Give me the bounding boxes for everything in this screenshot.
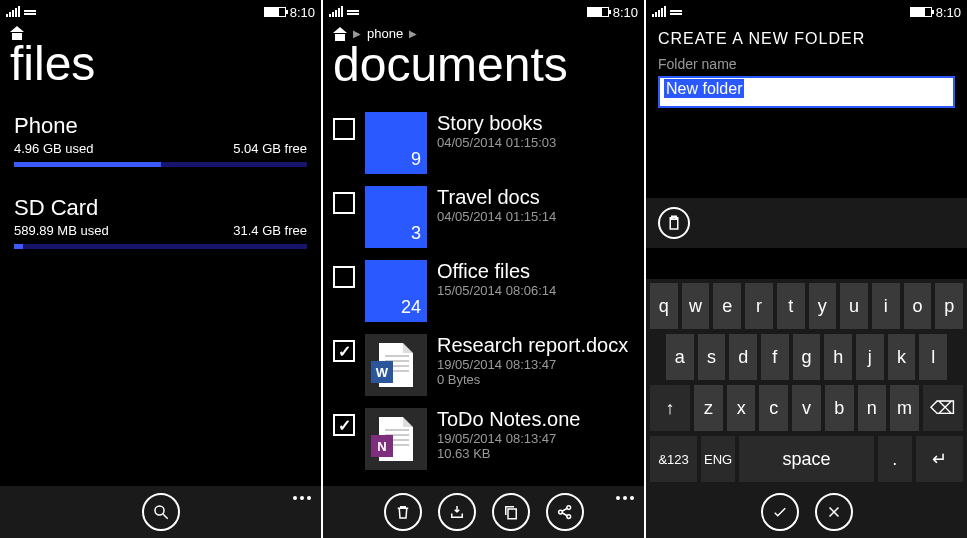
confirm-button[interactable] [761,493,799,531]
list-item[interactable]: 9Story books04/05/2014 01:15:03 [323,106,644,180]
key-i[interactable]: i [872,283,900,329]
storage-item[interactable]: Phone4.96 GB used5.04 GB free [0,101,321,167]
app-bar [0,486,321,538]
key-y[interactable]: y [809,283,837,329]
svg-point-0 [155,506,164,515]
key-t[interactable]: t [777,283,805,329]
folder-name-input[interactable]: New folder [658,76,955,108]
key-s[interactable]: s [698,334,726,380]
key-n[interactable]: n [858,385,887,431]
checkbox[interactable] [333,118,355,140]
svg-rect-2 [508,509,516,519]
share-icon [556,503,574,521]
item-date: 19/05/2014 08:13:47 [437,431,580,446]
home-icon [10,26,24,40]
storage-name: SD Card [14,195,307,221]
file-list: 9Story books04/05/2014 01:15:033Travel d… [323,102,644,538]
item-size: 0 Bytes [437,372,628,387]
copy-button[interactable] [492,493,530,531]
key-k[interactable]: k [888,334,916,380]
key-m[interactable]: m [890,385,919,431]
key-h[interactable]: h [824,334,852,380]
item-date: 19/05/2014 08:13:47 [437,357,628,372]
key-enter[interactable]: ↵ [916,436,963,482]
page-title: documents [323,37,644,102]
key-g[interactable]: g [793,334,821,380]
key-w[interactable]: w [682,283,710,329]
cancel-button[interactable] [815,493,853,531]
copy-icon [502,503,520,521]
key-dot[interactable]: . [878,436,912,482]
clock: 8:10 [290,5,315,20]
key-f[interactable]: f [761,334,789,380]
key-lang[interactable]: ENG [701,436,735,482]
key-l[interactable]: l [919,334,947,380]
key-p[interactable]: p [935,283,963,329]
close-icon [825,503,843,521]
battery-icon [910,7,932,17]
storage-used: 589.89 MB used [14,223,109,238]
key-space[interactable]: space [739,436,874,482]
file-thumb: N [365,408,427,470]
more-button[interactable] [616,496,634,500]
storage-item[interactable]: SD Card589.89 MB used31.4 GB free [0,183,321,249]
key-backspace[interactable]: ⌫ [923,385,963,431]
list-item[interactable]: WResearch report.docx19/05/2014 08:13:47… [323,328,644,402]
keyboard-header [646,198,967,248]
key-d[interactable]: d [729,334,757,380]
signal-icon [329,7,343,17]
folder-thumb: 24 [365,260,427,322]
item-date: 04/05/2014 01:15:03 [437,135,556,150]
app-bar [646,486,967,538]
key-x[interactable]: x [727,385,756,431]
key-v[interactable]: v [792,385,821,431]
folder-thumb: 3 [365,186,427,248]
key-z[interactable]: z [694,385,723,431]
signal-icon [6,7,20,17]
item-size: 10.63 KB [437,446,580,461]
key-o[interactable]: o [904,283,932,329]
key-u[interactable]: u [840,283,868,329]
delete-button[interactable] [384,493,422,531]
key-symbols[interactable]: &123 [650,436,697,482]
signal-icon [652,7,666,17]
key-r[interactable]: r [745,283,773,329]
item-date: 04/05/2014 01:15:14 [437,209,556,224]
more-button[interactable] [293,496,311,500]
status-bar: 8:10 [646,0,967,22]
key-q[interactable]: q [650,283,678,329]
checkbox[interactable] [333,192,355,214]
share-button[interactable] [546,493,584,531]
download-to-folder-icon [448,503,466,521]
status-bar: 8:10 [323,0,644,22]
field-label: Folder name [646,50,967,76]
battery-icon [587,7,609,17]
paste-button[interactable] [658,207,690,239]
status-indicator-icon [347,10,359,15]
folder-thumb: 9 [365,112,427,174]
key-j[interactable]: j [856,334,884,380]
key-b[interactable]: b [825,385,854,431]
battery-icon [264,7,286,17]
clock: 8:10 [613,5,638,20]
key-shift[interactable]: ↑ [650,385,690,431]
clipboard-icon [665,214,683,232]
list-item[interactable]: 3Travel docs04/05/2014 01:15:14 [323,180,644,254]
list-item[interactable]: 24Office files15/05/2014 08:06:14 [323,254,644,328]
list-item[interactable]: NToDo Notes.one19/05/2014 08:13:4710.63 … [323,402,644,476]
move-button[interactable] [438,493,476,531]
status-indicator-icon [670,10,682,15]
checkbox[interactable] [333,414,355,436]
storage-bar [14,162,307,167]
files-root-screen: 8:10 files Phone4.96 GB used5.04 GB free… [0,0,321,538]
search-button[interactable] [142,493,180,531]
key-a[interactable]: a [666,334,694,380]
key-e[interactable]: e [713,283,741,329]
keyboard: qwertyuiop asdfghjkl ↑zxcvbnm⌫ &123ENGsp… [646,279,967,486]
checkbox[interactable] [333,266,355,288]
checkbox[interactable] [333,340,355,362]
page-title: files [0,36,321,101]
check-icon [771,503,789,521]
key-c[interactable]: c [759,385,788,431]
item-name: Travel docs [437,186,556,209]
